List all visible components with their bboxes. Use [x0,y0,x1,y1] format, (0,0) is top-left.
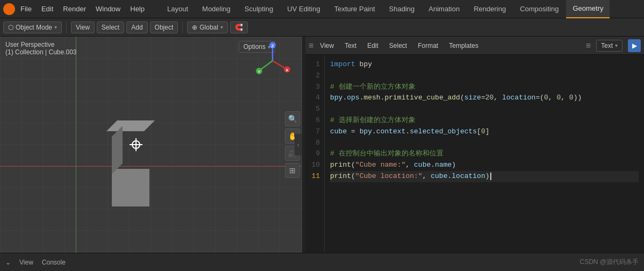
script-text-btn[interactable]: Text [340,40,361,51]
line-num-7: 7 [311,126,320,138]
tab-uv-editing[interactable]: UV Editing [281,0,326,18]
svg-text:X: X [285,68,289,73]
code-line-7: cube = bpy.context.selected_objects[0] [330,126,639,138]
tab-layout[interactable]: Layout [161,0,195,18]
code-line-10: print("Cube name:", cube.name) [330,160,639,171]
code-line-1: import bpy [330,59,639,70]
svg-line-6 [260,61,273,70]
tab-rendering[interactable]: Rendering [467,0,512,18]
viewport-3d[interactable]: User Perspective (1) Collection | Cube.0… [0,37,302,253]
cube-3d-object [112,120,160,169]
status-console-btn[interactable]: Console [42,259,66,266]
viewport-info: User Perspective (1) Collection | Cube.0… [5,41,77,56]
code-content[interactable]: import bpy # 创建一个新的立方体对象 bpy.ops.mesh.pr… [325,55,644,253]
nav-tabs: Layout Modeling Sculpting UV Editing Tex… [161,0,610,18]
run-script-btn[interactable]: ▶ [628,39,641,52]
viewport-perspective-label: User Perspective [5,41,77,48]
tab-texture-paint[interactable]: Texture Paint [328,0,382,18]
tab-sculpting[interactable]: Sculpting [238,0,280,18]
line-num-10: 10 [311,160,320,171]
viewport-gizmo[interactable]: Z X Y [254,42,291,80]
svg-line-3 [273,61,286,69]
svg-text:Z: Z [271,44,274,48]
status-view-btn[interactable]: View [19,259,33,266]
magnet-icon: 🧲 [235,24,243,31]
cube-top-face [106,120,155,131]
line-num-11: 11 [311,171,320,182]
watermark-text: CSDN @源代码杀手 [579,258,639,267]
line-num-8: 8 [311,138,320,149]
crosshair-circle [132,140,140,149]
menu-render[interactable]: Render [59,3,90,15]
menu-window[interactable]: Window [91,3,125,15]
line-num-5: 5 [311,104,320,115]
mode-selector[interactable]: ⬡ Object Mode ▾ [3,22,62,33]
menu-file[interactable]: File [16,3,36,15]
line-num-2: 2 [311,70,320,82]
console-toggle-btn[interactable]: ⌄ [5,259,11,266]
grid-tool[interactable]: ⊞ [285,163,300,178]
viewport-view-btn[interactable]: View [71,22,95,33]
line-num-9: 9 [311,148,320,160]
editor-menu-icon: ≡ [586,41,591,51]
script-editor: ≡ View Text Edit Select Format Templates… [305,37,644,253]
tab-shading[interactable]: Shading [383,0,421,18]
line-num-6: 6 [311,115,320,126]
cube-crosshair [130,138,142,151]
line-num-3: 3 [311,82,320,93]
script-view-btn[interactable]: View [316,40,338,51]
viewport-collapse-btn[interactable]: ‹ [295,134,302,155]
viewport-toolbar: ⬡ Object Mode ▾ View Select Add Object ⊕… [0,18,644,37]
tab-modeling[interactable]: Modeling [196,0,237,18]
cube-mesh [112,120,160,169]
editor-type-icon: ≡ [309,41,313,51]
code-line-6: # 选择新创建的立方体对象 [330,115,639,126]
status-bar: ⌄ View Console CSDN @源代码杀手 [0,253,644,271]
code-area[interactable]: 1 2 3 4 5 6 7 8 9 10 11 import bpy # 创建一… [305,55,644,253]
sep2 [182,22,183,33]
code-line-9: # 在控制台中输出对象的名称和位置 [330,148,639,160]
code-line-11: print("Cube location:", cube.location) [330,171,639,182]
transform-selector[interactable]: ⊕ Global ▾ [187,22,228,33]
transform-label: Global [199,24,218,31]
transform-chevron-icon: ▾ [220,24,223,30]
top-menubar: File Edit Render Window Help Layout Mode… [0,0,644,18]
object-mode-icon: ⬡ [8,24,13,31]
sep1 [66,22,67,33]
mode-label: Object Mode [16,24,52,31]
file-name-label: Text [601,42,613,49]
script-select-btn[interactable]: Select [385,40,411,51]
run-icon: ▶ [632,42,637,49]
script-edit-btn[interactable]: Edit [363,40,383,51]
file-chevron-icon: ▾ [615,42,618,48]
global-icon: ⊕ [192,24,197,31]
line-num-1: 1 [311,59,320,70]
zoom-tool[interactable]: 🔍 [285,111,300,126]
tab-compositing[interactable]: Compositing [513,0,565,18]
menu-help[interactable]: Help [126,3,149,15]
code-line-4: bpy.ops.mesh.primitive_cube_add(size=20,… [330,92,639,104]
cube-right-face [112,126,123,174]
script-format-btn[interactable]: Format [413,40,442,51]
tab-geometry[interactable]: Geometry [566,0,610,18]
viewport-object-btn[interactable]: Object [150,22,178,33]
line-num-4: 4 [311,92,320,104]
tab-animation[interactable]: Animation [422,0,466,18]
viewport-add-btn[interactable]: Add [126,22,147,33]
blender-logo-icon[interactable] [3,3,15,15]
cube-front-face [112,169,149,206]
magnet-btn[interactable]: 🧲 [230,22,248,33]
line-numbers: 1 2 3 4 5 6 7 8 9 10 11 [305,55,325,253]
code-line-2 [330,70,639,82]
main-area: User Perspective (1) Collection | Cube.0… [0,37,644,253]
code-line-3: # 创建一个新的立方体对象 [330,82,639,93]
code-line-5 [330,104,639,115]
script-templates-btn[interactable]: Templates [445,40,483,51]
viewport-collection-label: (1) Collection | Cube.003 [5,48,77,56]
menu-edit[interactable]: Edit [37,3,58,15]
y-axis-line [76,37,76,253]
viewport-select-btn[interactable]: Select [97,22,124,33]
mode-chevron-icon: ▾ [54,24,57,30]
script-editor-toolbar: ≡ View Text Edit Select Format Templates… [305,37,644,55]
current-file-selector[interactable]: Text ▾ [596,40,622,52]
